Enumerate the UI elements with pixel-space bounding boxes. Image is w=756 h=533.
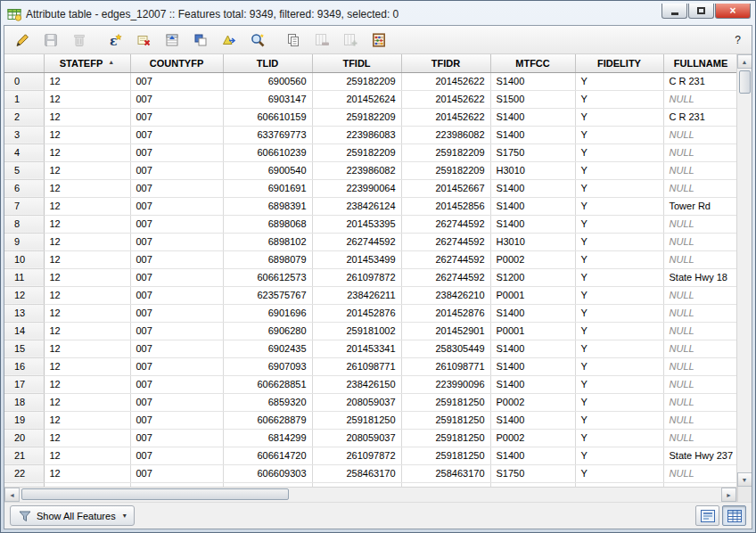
cell-fullname[interactable]: NULL xyxy=(663,429,736,447)
cell-tfidr[interactable]: 201452901 xyxy=(401,322,490,340)
cell-tlid[interactable]: 6900540 xyxy=(223,161,312,179)
cell-tlid[interactable]: 6900560 xyxy=(223,72,312,90)
cell-tlid[interactable]: 6906280 xyxy=(223,322,312,340)
cell-tfidl[interactable]: 261097872 xyxy=(312,268,401,286)
cell-tfidr[interactable]: 223986082 xyxy=(401,126,490,144)
row-number[interactable]: 13 xyxy=(4,304,44,322)
cell-mtfcc[interactable]: S1200 xyxy=(490,268,575,286)
cell-tlid[interactable]: 6901691 xyxy=(223,179,312,197)
cell-tlid[interactable]: 6903147 xyxy=(223,90,312,108)
cell-fidelity[interactable]: Y xyxy=(575,411,663,429)
column-header-tfidr[interactable]: TFIDR xyxy=(401,54,490,72)
row-number[interactable]: 20 xyxy=(4,429,44,447)
cell-tlid[interactable]: 606609303 xyxy=(223,464,312,482)
cell-fidelity[interactable]: Y xyxy=(575,429,663,447)
row-number-header[interactable] xyxy=(4,54,44,72)
cell-fullname[interactable]: Tower Rd xyxy=(663,197,736,215)
cell-fidelity[interactable]: Y xyxy=(575,108,663,126)
row-number[interactable]: 14 xyxy=(4,322,44,340)
pan-to-selected-button[interactable] xyxy=(217,29,242,52)
cell-tfidr[interactable]: 201452622 xyxy=(401,108,490,126)
scroll-right-icon[interactable]: ► xyxy=(721,488,736,502)
cell-mtfcc[interactable]: S1500 xyxy=(490,90,575,108)
row-number[interactable]: 5 xyxy=(4,161,44,179)
cell-fidelity[interactable]: Y xyxy=(575,357,663,375)
cell-countyfp[interactable]: 007 xyxy=(130,304,223,322)
cell-tfidl[interactable]: 259182209 xyxy=(312,108,401,126)
select-by-expression-button[interactable]: ε xyxy=(103,29,127,52)
cell-mtfcc[interactable]: S1400 xyxy=(490,126,575,144)
cell-statefp[interactable]: 12 xyxy=(44,322,130,340)
cell-tfidr[interactable]: 201452856 xyxy=(401,197,490,215)
cell-tfidr[interactable]: 262744592 xyxy=(401,250,490,268)
cell-tfidr[interactable]: 259182209 xyxy=(401,161,490,179)
cell-tfidr[interactable]: 201452622 xyxy=(401,72,490,90)
cell-fidelity[interactable]: Y xyxy=(575,393,663,411)
cell-fullname[interactable]: NULL xyxy=(663,233,736,250)
cell-fullname[interactable]: NULL xyxy=(663,286,736,304)
column-header-statefp[interactable]: STATEFP▲ xyxy=(44,54,130,72)
table-view-button[interactable] xyxy=(722,505,746,526)
cell-countyfp[interactable]: 007 xyxy=(130,233,223,250)
cell-statefp[interactable]: 12 xyxy=(44,90,130,108)
cell-fidelity[interactable]: Y xyxy=(575,126,663,144)
cell-mtfcc[interactable]: P0002 xyxy=(490,250,575,268)
open-field-calculator-button[interactable] xyxy=(366,29,391,52)
column-header-tlid[interactable]: TLID xyxy=(223,54,312,72)
cell-tlid[interactable]: 623575767 xyxy=(223,286,312,304)
cell-tfidl[interactable]: 238426150 xyxy=(312,375,401,393)
cell-statefp[interactable]: 12 xyxy=(44,72,130,90)
cell-mtfcc[interactable]: S1750 xyxy=(490,144,575,161)
cell-tlid[interactable]: 606610239 xyxy=(223,144,312,161)
cell-fidelity[interactable]: Y xyxy=(575,286,663,304)
cell-countyfp[interactable]: 007 xyxy=(130,322,223,340)
cell-fullname[interactable]: NULL xyxy=(663,126,736,144)
cell-countyfp[interactable]: 007 xyxy=(130,90,223,108)
unselect-all-button[interactable] xyxy=(131,29,156,52)
cell-statefp[interactable]: 12 xyxy=(44,447,130,464)
cell-fullname[interactable]: NULL xyxy=(663,144,736,161)
cell-statefp[interactable]: 12 xyxy=(44,268,130,286)
cell-countyfp[interactable]: 007 xyxy=(130,375,223,393)
cell-tlid[interactable]: 606628879 xyxy=(223,411,312,429)
row-number[interactable]: 0 xyxy=(4,72,44,90)
horizontal-scroll-track[interactable] xyxy=(20,488,721,502)
cell-fullname[interactable]: State Hwy 18 xyxy=(663,268,736,286)
cell-mtfcc[interactable]: S1750 xyxy=(490,464,575,482)
cell-fidelity[interactable]: Y xyxy=(575,215,663,233)
cell-tfidr[interactable]: 201452667 xyxy=(401,179,490,197)
cell-tfidl[interactable]: 259182209 xyxy=(312,144,401,161)
cell-mtfcc[interactable]: H3010 xyxy=(490,161,575,179)
cell-fidelity[interactable]: Y xyxy=(575,90,663,108)
cell-tfidl[interactable]: 223990064 xyxy=(312,179,401,197)
cell-mtfcc[interactable]: S1400 xyxy=(490,357,575,375)
cell-countyfp[interactable]: 007 xyxy=(130,464,223,482)
cell-fidelity[interactable]: Y xyxy=(575,375,663,393)
cell-mtfcc[interactable]: P0002 xyxy=(490,393,575,411)
row-number[interactable]: 12 xyxy=(4,286,44,304)
row-number[interactable]: 15 xyxy=(4,340,44,357)
cell-statefp[interactable]: 12 xyxy=(44,411,130,429)
cell-countyfp[interactable]: 007 xyxy=(130,144,223,161)
toggle-editing-button[interactable] xyxy=(10,29,35,52)
cell-fullname[interactable]: NULL xyxy=(663,215,736,233)
cell-tlid[interactable]: 6814299 xyxy=(223,429,312,447)
cell-countyfp[interactable]: 007 xyxy=(130,250,223,268)
cell-countyfp[interactable]: 007 xyxy=(130,108,223,126)
cell-fullname[interactable]: NULL xyxy=(663,161,736,179)
cell-mtfcc[interactable]: S1400 xyxy=(490,447,575,464)
cell-tlid[interactable]: 6902435 xyxy=(223,340,312,357)
cell-tfidr[interactable]: 258463170 xyxy=(401,464,490,482)
row-number[interactable]: 3 xyxy=(4,126,44,144)
move-selection-to-top-button[interactable] xyxy=(160,29,185,52)
cell-tfidr[interactable]: 259182209 xyxy=(401,144,490,161)
cell-mtfcc[interactable]: P0002 xyxy=(490,429,575,447)
cell-statefp[interactable]: 12 xyxy=(44,429,130,447)
vertical-scrollbar[interactable]: ▲ ▼ xyxy=(736,54,752,502)
cell-mtfcc[interactable]: S1400 xyxy=(490,108,575,126)
cell-tfidl[interactable]: 261097872 xyxy=(312,447,401,464)
vertical-scroll-thumb[interactable] xyxy=(739,70,751,94)
cell-fidelity[interactable]: Y xyxy=(575,340,663,357)
cell-tlid[interactable]: 606628851 xyxy=(223,375,312,393)
row-number[interactable]: 6 xyxy=(4,179,44,197)
